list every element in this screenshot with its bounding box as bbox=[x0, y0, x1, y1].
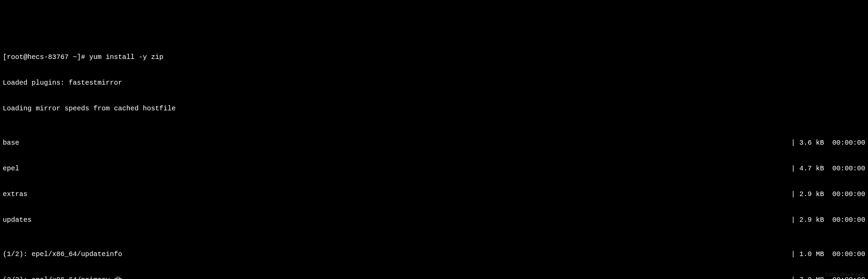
repo-name: extras bbox=[3, 190, 27, 198]
repo-stats: | 4.7 kB 00:00:00 bbox=[791, 164, 865, 173]
download-label: (1/2): epel/x86_64/updateinfo bbox=[3, 250, 122, 258]
download-row: (2/2): epel/x86_64/primary_db | 7.0 MB 0… bbox=[3, 276, 865, 279]
download-label: (2/2): epel/x86_64/primary_db bbox=[3, 276, 122, 279]
watermark: CSDN @look-safe bbox=[825, 272, 865, 278]
loading-mirror-line: Loading mirror speeds from cached hostfi… bbox=[3, 104, 865, 113]
repo-stats: | 2.9 kB 00:00:00 bbox=[791, 190, 865, 198]
repo-stats: | 2.9 kB 00:00:00 bbox=[791, 216, 865, 224]
repo-row: updates | 2.9 kB 00:00:00 bbox=[3, 216, 865, 224]
repo-name: updates bbox=[3, 216, 32, 224]
repo-name: epel bbox=[3, 164, 19, 173]
repo-row: epel | 4.7 kB 00:00:00 bbox=[3, 164, 865, 173]
repo-row: extras | 2.9 kB 00:00:00 bbox=[3, 190, 865, 198]
terminal-output[interactable]: [root@hecs-83767 ~]# yum install -y zip … bbox=[3, 36, 865, 279]
loaded-plugins-line: Loaded plugins: fastestmirror bbox=[3, 78, 865, 87]
repo-row: base | 3.6 kB 00:00:00 bbox=[3, 138, 865, 147]
shell-prompt: [root@hecs-83767 ~]# bbox=[3, 53, 89, 61]
prompt-line: [root@hecs-83767 ~]# yum install -y zip bbox=[3, 53, 865, 61]
command-text: yum install -y zip bbox=[89, 53, 163, 61]
repo-stats: | 3.6 kB 00:00:00 bbox=[791, 138, 865, 147]
download-row: (1/2): epel/x86_64/updateinfo | 1.0 MB 0… bbox=[3, 250, 865, 258]
download-stats: | 1.0 MB 00:00:00 bbox=[791, 250, 865, 258]
repo-name: base bbox=[3, 138, 19, 147]
